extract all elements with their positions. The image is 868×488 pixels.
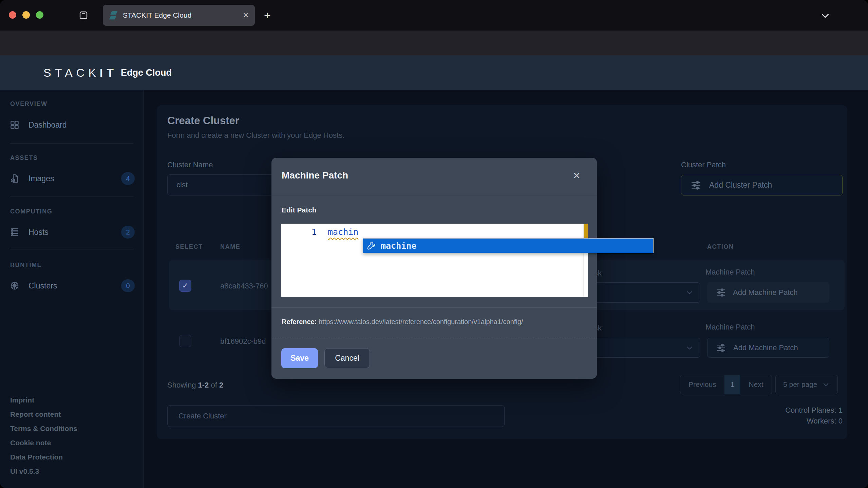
sidebar-item-label: Hosts xyxy=(29,228,49,237)
row1-add-machine-patch-button[interactable]: Add Machine Patch xyxy=(707,282,829,303)
sidebar-badge: 0 xyxy=(121,279,135,292)
images-icon xyxy=(10,173,20,184)
col-header-action: ACTION xyxy=(707,243,734,250)
sidebar-item-dashboard[interactable]: Dashboard xyxy=(10,117,135,132)
code-editor[interactable]: 1 machin xyxy=(281,224,588,297)
row2-name: bf16902c-b9d xyxy=(220,337,266,346)
cluster-patch-label: Cluster Patch xyxy=(681,161,726,169)
sidebar-heading-runtime: RUNTIME xyxy=(10,262,42,269)
window-zoom-light[interactable] xyxy=(36,11,43,19)
wrench-icon xyxy=(367,241,377,251)
sidebar-heading-computing: COMPUTING xyxy=(10,208,52,215)
sidebar-footer-links: Imprint Report content Terms & Condition… xyxy=(10,393,77,478)
workers-count: Workers: 0 xyxy=(807,417,843,426)
page-subtitle: Form and create a new Cluster with your … xyxy=(167,131,344,140)
sidebar-item-label: Images xyxy=(29,174,54,183)
link-data-protection[interactable]: Data Protection xyxy=(10,450,77,464)
create-cluster-button[interactable]: Create Cluster xyxy=(167,405,505,427)
app-header: STACKIT Edge Cloud U xyxy=(0,55,868,90)
brand-text: STACKIT Edge Cloud xyxy=(43,55,172,90)
showing-prefix: Showing xyxy=(167,381,196,389)
firefox-view-icon[interactable] xyxy=(76,8,91,23)
showing-range: 1-2 xyxy=(198,381,209,389)
sidebar-item-label: Clusters xyxy=(29,281,57,290)
ui-version: UI v0.5.3 xyxy=(10,464,77,478)
editor-code-text: machin xyxy=(328,227,358,237)
chevron-down-icon xyxy=(822,380,830,389)
reference-label: Reference: xyxy=(282,318,317,325)
add-cluster-patch-button[interactable]: Add Cluster Patch xyxy=(681,175,843,195)
per-page-select[interactable]: 5 per page xyxy=(775,375,838,394)
sliders-icon xyxy=(715,287,726,298)
reference-url: https://www.talos.dev/latest/reference/c… xyxy=(319,318,523,325)
pagination-next[interactable]: Next xyxy=(740,375,771,394)
edit-patch-label: Edit Patch xyxy=(282,206,317,214)
sidebar-badge: 2 xyxy=(121,226,135,239)
machine-patch-modal: Machine Patch ✕ Edit Patch 1 machin mach… xyxy=(271,158,597,379)
sidebar-item-images[interactable]: Images 4 xyxy=(10,171,135,186)
cluster-name-label: Cluster Name xyxy=(167,161,213,169)
row2-add-machine-patch-button[interactable]: Add Machine Patch xyxy=(707,338,829,358)
add-machine-patch-label: Add Machine Patch xyxy=(733,343,798,352)
add-machine-patch-label: Add Machine Patch xyxy=(733,288,798,297)
clusters-helm-icon xyxy=(10,281,20,291)
cancel-button[interactable]: Cancel xyxy=(324,348,370,368)
link-report-content[interactable]: Report content xyxy=(10,407,77,421)
sliders-icon xyxy=(690,180,702,191)
sidebar-heading-overview: OVERVIEW xyxy=(10,100,48,108)
sidebar-badge: 4 xyxy=(121,172,135,185)
pagination-previous[interactable]: Previous xyxy=(680,375,724,394)
tab-strip: STACKIT Edge Cloud ✕ + xyxy=(0,0,868,31)
suggestion-text: machine xyxy=(381,241,416,251)
sidebar-heading-assets: ASSETS xyxy=(10,154,38,162)
col-header-select: SELECT xyxy=(175,243,203,250)
col-header-name: NAME xyxy=(220,243,240,250)
brand-it: IT xyxy=(100,66,117,79)
modal-title: Machine Patch xyxy=(282,170,348,181)
row1-machine-patch-label: Machine Patch xyxy=(705,268,755,277)
tab-title: STACKIT Edge Cloud xyxy=(123,11,238,19)
showing-status: Showing 1-2 of 2 xyxy=(167,381,223,390)
showing-of: of xyxy=(211,381,217,389)
product-name: Edge Cloud xyxy=(121,68,172,78)
new-tab-button[interactable]: + xyxy=(260,8,275,23)
sidebar-item-clusters[interactable]: Clusters 0 xyxy=(10,278,135,293)
tab-favicon xyxy=(109,11,118,20)
per-page-value: 5 per page xyxy=(783,380,817,389)
modal-header-divider xyxy=(271,195,597,195)
modal-divider xyxy=(271,338,597,338)
row1-name: a8cab433-760 xyxy=(220,282,268,290)
chevron-down-icon xyxy=(685,343,694,352)
row2-machine-patch-label: Machine Patch xyxy=(705,323,755,332)
sidebar-item-hosts[interactable]: Hosts 2 xyxy=(10,225,135,240)
sliders-icon xyxy=(716,342,727,353)
window-close-light[interactable] xyxy=(9,11,16,19)
window-minimize-light[interactable] xyxy=(22,11,30,19)
autocomplete-suggestion[interactable]: machine xyxy=(363,238,654,253)
sidebar: OVERVIEW Dashboard ASSETS Images 4 COMPU… xyxy=(0,90,144,488)
link-terms[interactable]: Terms & Conditions xyxy=(10,421,77,436)
reference-line: Reference: https://www.talos.dev/latest/… xyxy=(282,318,523,326)
row2-checkbox[interactable] xyxy=(179,335,191,347)
hosts-icon xyxy=(10,227,20,237)
browser-tab[interactable]: STACKIT Edge Cloud ✕ xyxy=(103,5,255,26)
modal-divider xyxy=(271,307,597,308)
showing-total: 2 xyxy=(219,381,223,389)
page-title: Create Cluster xyxy=(167,115,239,127)
row1-checkbox[interactable]: ✓ xyxy=(179,280,191,292)
browser-toolbar: https://app.rr-dev-a991186.dev.edge.eu01… xyxy=(0,31,868,55)
pagination: Previous 1 Next xyxy=(680,375,772,394)
tab-close-icon[interactable]: ✕ xyxy=(243,11,249,19)
link-imprint[interactable]: Imprint xyxy=(10,393,77,407)
sidebar-divider xyxy=(10,143,133,144)
pagination-page-1[interactable]: 1 xyxy=(724,375,741,394)
browser-window: STACKIT Edge Cloud ✕ + https://app.rr-de… xyxy=(0,0,868,488)
link-cookie-note[interactable]: Cookie note xyxy=(10,436,77,450)
save-button[interactable]: Save xyxy=(281,348,318,368)
brand-stack: STACK xyxy=(43,66,100,79)
dashboard-icon xyxy=(10,120,20,130)
add-cluster-patch-label: Add Cluster Patch xyxy=(709,181,772,190)
list-tabs-chevron-icon[interactable] xyxy=(818,9,832,22)
sidebar-item-label: Dashboard xyxy=(29,120,67,130)
modal-close-icon[interactable]: ✕ xyxy=(573,170,581,181)
